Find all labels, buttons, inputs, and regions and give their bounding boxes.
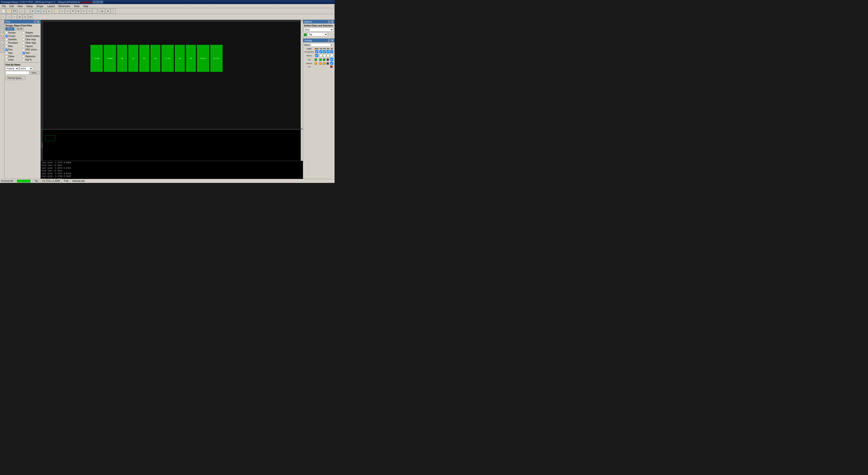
conductors-etch[interactable] bbox=[315, 50, 318, 53]
etch-dropdown[interactable]: Etch bbox=[304, 28, 334, 32]
planes-via[interactable] bbox=[319, 54, 322, 57]
tb-zoom-world[interactable]: 🌐 bbox=[36, 8, 41, 13]
visibility-close-btn[interactable]: ✕ bbox=[331, 39, 334, 42]
scroll-up-btn[interactable]: ▲ bbox=[301, 20, 303, 22]
bottom-all-check[interactable] bbox=[330, 62, 333, 65]
find-drc-check[interactable] bbox=[23, 49, 25, 51]
tool-add[interactable]: + bbox=[0, 49, 4, 53]
find-text-check[interactable] bbox=[23, 52, 25, 54]
top-all-check[interactable] bbox=[330, 58, 333, 61]
find-vias-check[interactable] bbox=[5, 52, 8, 54]
visibility-pin-btn[interactable]: 📌 bbox=[328, 39, 331, 42]
tb2-grid[interactable]: ⊞ bbox=[17, 14, 22, 20]
maximize-button[interactable]: □ bbox=[96, 1, 99, 3]
component-a5[interactable]: A5 bbox=[128, 45, 138, 72]
find-voids-check[interactable] bbox=[23, 35, 25, 37]
tool-net[interactable]: ~ bbox=[0, 41, 4, 44]
menu-layout[interactable]: Layout bbox=[46, 5, 56, 7]
tb-run[interactable]: ▶ bbox=[100, 8, 105, 13]
conductors-via[interactable] bbox=[319, 50, 322, 53]
tb2-select[interactable]: ↖ bbox=[1, 14, 6, 20]
component-a8[interactable]: A8 bbox=[175, 45, 185, 72]
top-via-color[interactable] bbox=[319, 59, 322, 61]
tb2-3d[interactable]: 3D bbox=[28, 14, 33, 20]
tb-move[interactable]: ✥ bbox=[70, 8, 75, 13]
menu-edit[interactable]: Edit bbox=[8, 5, 15, 7]
find-ratsnests-check[interactable] bbox=[23, 55, 25, 58]
tb-zoom-next[interactable]: ► bbox=[46, 8, 52, 13]
bottom-etch-color[interactable] bbox=[315, 62, 317, 65]
menu-dimension[interactable]: Dimension bbox=[57, 5, 71, 7]
find-panel-close[interactable]: ✕ bbox=[37, 20, 39, 23]
find-figures-check[interactable] bbox=[23, 45, 25, 48]
component-a7b6[interactable]: A7 B6 bbox=[161, 45, 174, 72]
tb2-add-shape[interactable]: ▭ bbox=[6, 14, 11, 20]
options-pin-btn[interactable]: 📌 bbox=[328, 20, 331, 23]
find-value-input[interactable] bbox=[5, 71, 29, 75]
find-query-btn[interactable]: Find by Query... bbox=[5, 76, 25, 80]
tb-copy[interactable]: ⎘ bbox=[87, 8, 92, 13]
component-a4b9[interactable]: A4 B9 bbox=[104, 45, 116, 72]
tool-shape[interactable]: ▭ bbox=[0, 45, 4, 49]
find-all-off-btn[interactable]: All Off bbox=[15, 27, 24, 31]
menu-setup[interactable]: Setup bbox=[25, 5, 34, 7]
tool-select[interactable]: ↖ bbox=[0, 20, 4, 24]
find-panel-pin[interactable]: 📌 bbox=[34, 20, 36, 23]
tb-delete[interactable]: ✕ bbox=[65, 8, 70, 13]
tb-new[interactable]: 📄 bbox=[1, 8, 6, 13]
tb-add-connect[interactable]: ⚡ bbox=[54, 8, 59, 13]
canvas-area[interactable]: A1 B12 A4 B9 B8 A5 B7 A6 A7 B6 A8 B5 B4 … bbox=[41, 20, 303, 129]
top-dis-color[interactable] bbox=[327, 59, 329, 61]
find-symbols-check[interactable] bbox=[5, 38, 8, 41]
tb-save[interactable]: 💾 bbox=[12, 8, 17, 13]
menu-file[interactable]: File bbox=[1, 5, 7, 7]
right-scrollbar[interactable]: ▲ ▼ bbox=[301, 20, 303, 129]
find-functions-check[interactable] bbox=[5, 42, 8, 44]
tb-stop[interactable]: ■ bbox=[105, 8, 110, 13]
component-b1a12[interactable]: B1 A12 bbox=[210, 45, 223, 72]
bottom-right-scroll[interactable] bbox=[301, 129, 303, 161]
component-b8[interactable]: B8 bbox=[117, 45, 127, 72]
bottom-via-color[interactable] bbox=[319, 62, 322, 65]
find-comps-check[interactable] bbox=[5, 35, 8, 37]
planes-etch[interactable] bbox=[315, 54, 318, 57]
component-a1b12[interactable]: A1 B12 bbox=[90, 45, 103, 72]
find-clines-check[interactable] bbox=[5, 55, 8, 58]
tb-zoom-prev[interactable]: ◄ bbox=[41, 8, 46, 13]
find-more-btn[interactable]: More... bbox=[30, 71, 39, 75]
tb-zoom-in[interactable]: + bbox=[20, 8, 24, 13]
menu-help[interactable]: Help bbox=[82, 5, 89, 7]
find-groups-check[interactable] bbox=[5, 32, 8, 34]
find-name-field-select[interactable]: Name bbox=[20, 67, 33, 70]
conductors-pin[interactable] bbox=[323, 50, 326, 53]
menu-tools[interactable]: Tools bbox=[73, 5, 81, 7]
tb2-snap[interactable]: ⊡ bbox=[23, 14, 28, 20]
find-nets-check[interactable] bbox=[5, 45, 8, 48]
planes-all[interactable] bbox=[330, 54, 333, 57]
top-etch-color[interactable] bbox=[315, 59, 317, 61]
tb-zoom-out[interactable]: - bbox=[25, 8, 30, 13]
component-b5[interactable]: B5 bbox=[186, 45, 196, 72]
tb-check-drc[interactable]: ✓ bbox=[111, 8, 116, 13]
tool-draw[interactable]: ✏ bbox=[0, 24, 4, 28]
component-a6[interactable]: A6 bbox=[150, 45, 160, 72]
planes-pin[interactable] bbox=[323, 54, 326, 57]
conductors-dis[interactable] bbox=[327, 50, 330, 53]
component-b7[interactable]: B7 bbox=[139, 45, 149, 72]
tool-zoom[interactable]: 🔍 bbox=[0, 28, 4, 32]
find-shapes-check[interactable] bbox=[23, 32, 25, 34]
menu-view[interactable]: View bbox=[17, 5, 24, 7]
tb-paste[interactable]: 📋 bbox=[92, 8, 97, 13]
top-layer-swatch[interactable] bbox=[304, 33, 307, 36]
tb-zoom-fit[interactable]: ⊞ bbox=[30, 8, 35, 13]
minimize-button[interactable]: − bbox=[93, 1, 96, 3]
tool-measure[interactable]: 📐 bbox=[0, 33, 4, 36]
find-cline-check[interactable] bbox=[23, 38, 25, 41]
tb-add-via[interactable]: ⊙ bbox=[60, 8, 65, 13]
scroll-down-btn[interactable]: ▼ bbox=[301, 127, 303, 129]
planes-dis[interactable] bbox=[327, 54, 330, 57]
top-dropdown[interactable]: Top bbox=[307, 32, 328, 36]
tb2-add-text[interactable]: T bbox=[12, 14, 17, 20]
all-color[interactable] bbox=[330, 65, 333, 68]
find-other-regs-check[interactable] bbox=[23, 42, 25, 44]
